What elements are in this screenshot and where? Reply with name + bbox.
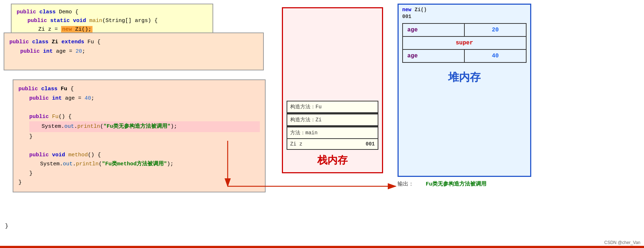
output-line: 输出： Fu类无参构造方法被调用 xyxy=(398,180,486,187)
heap-addr: 001 xyxy=(399,14,530,22)
heap-title: 堆内存 xyxy=(399,70,530,85)
stack-frame-main: 方法：main Zi z 001 xyxy=(287,127,378,150)
stack-frame-main-content: Zi z 001 xyxy=(287,139,378,149)
stack-frame-main-label: 方法：main xyxy=(287,127,378,139)
stack-frame-fu-label: 构造方法：Fu xyxy=(287,101,378,113)
heap-field-age-zi: age xyxy=(403,23,464,36)
stack-frame-zi-label: 构造方法：Zi xyxy=(287,114,378,126)
zi-code-panel: public class Zi extends Fu { public int … xyxy=(4,32,264,70)
demo-line-1: public class Demo { xyxy=(17,8,207,17)
stack-var-zi: Zi z xyxy=(290,141,302,147)
stack-frame-fu: 构造方法：Fu xyxy=(287,101,378,114)
stack-memory-panel: 构造方法：Fu 构造方法：Zi 方法：main Zi z 001 栈内存 xyxy=(282,7,383,173)
heap-row-super: super xyxy=(403,36,526,49)
fu-line-method-close: } xyxy=(18,169,260,178)
output-spacer xyxy=(418,180,424,187)
fu-line-method-decl: public void method() { xyxy=(18,151,260,160)
heap-table: age 20 super age 40 xyxy=(402,23,527,63)
fu-line-constructor-body: System.out.println("Fu类无参构造方法被调用"); xyxy=(29,121,260,132)
heap-row-age-zi: age 20 xyxy=(403,23,526,36)
stack-title: 栈内存 xyxy=(287,152,378,169)
zi-close-brace: } xyxy=(5,223,8,229)
fu-line-class-close: } xyxy=(18,178,260,187)
csdn-watermark: CSDN @cher_Van xyxy=(604,240,640,245)
fu-code-panel: public class Fu { public int age = 40; p… xyxy=(13,79,266,192)
fu-line-constructor-close: } xyxy=(18,132,260,142)
zi-line-2: public int age = 20; xyxy=(9,47,258,56)
output-prefix: 输出： xyxy=(398,180,414,187)
heap-value-age-fu: 40 xyxy=(464,49,526,62)
fu-line-1: public class Fu { xyxy=(18,84,260,94)
heap-memory-panel: new Zi() 001 age 20 super age 40 堆内存 xyxy=(398,4,531,177)
stack-frame-zi: 构造方法：Zi xyxy=(287,114,378,127)
stack-addr: 001 xyxy=(366,141,375,147)
fu-line-constructor-decl: public Fu() { xyxy=(18,112,260,122)
heap-row-age-fu: age 40 xyxy=(403,49,526,62)
demo-line-2: public static void main(String[] args) { xyxy=(17,17,207,25)
heap-field-super: super xyxy=(403,36,526,49)
output-value: Fu类无参构造方法被调用 xyxy=(426,181,486,187)
fu-line-2: public int age = 40; xyxy=(18,94,260,103)
main-container: public class Demo { public static void m… xyxy=(0,0,644,248)
bottom-bar xyxy=(0,246,644,248)
fu-line-method-body: System.out.println("Fu类method方法被调用"); xyxy=(18,160,260,169)
heap-value-age-zi: 20 xyxy=(464,23,526,36)
zi-line-1: public class Zi extends Fu { xyxy=(9,38,258,47)
heap-field-age-fu: age xyxy=(403,49,464,62)
heap-new-label: new Zi() xyxy=(399,5,530,14)
stack-frames: 构造方法：Fu 构造方法：Zi 方法：main Zi z 001 栈内存 xyxy=(287,101,378,169)
